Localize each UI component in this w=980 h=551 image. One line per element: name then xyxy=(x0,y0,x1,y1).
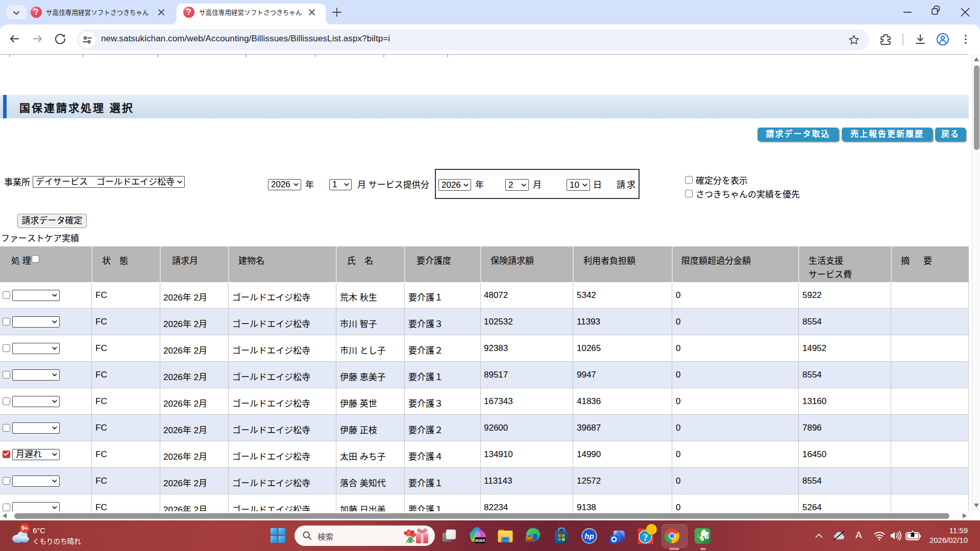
svg-text:7: 7 xyxy=(705,535,708,540)
svg-text:M365: M365 xyxy=(475,538,485,543)
svg-text:hp: hp xyxy=(584,532,594,540)
svg-text:?: ? xyxy=(643,532,648,543)
